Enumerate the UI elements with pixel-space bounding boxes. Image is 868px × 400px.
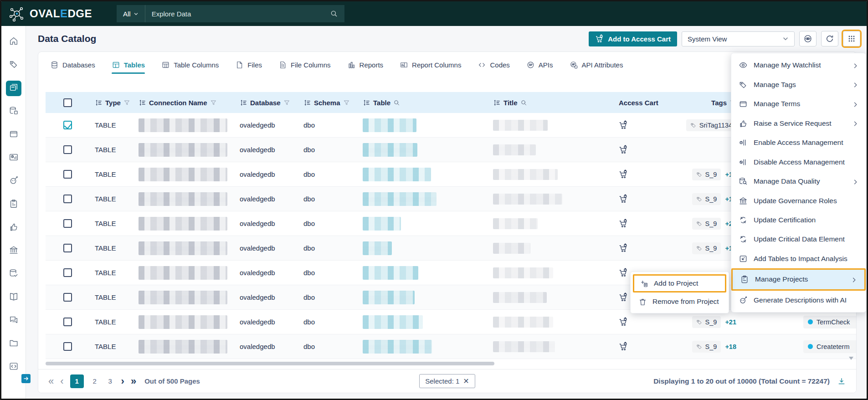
funnel-icon[interactable] [283, 99, 290, 106]
table-name-cell[interactable] [363, 217, 472, 231]
menu-item-update-governance-roles[interactable]: Update Governance Roles [731, 191, 866, 210]
first-page-button[interactable]: « [48, 376, 54, 386]
menu-item-generate-descriptions-with-ai[interactable]: Generate Descriptions with AI [731, 291, 866, 310]
cart-icon[interactable] [619, 169, 628, 179]
sidebar-item-discussions[interactable] [6, 313, 21, 328]
submenu-item-remove-from-project[interactable]: Remove from Project [633, 292, 726, 311]
row-checkbox[interactable] [63, 121, 72, 129]
page-number-1[interactable]: 1 [70, 374, 84, 388]
tag-chip[interactable]: S_9 [692, 218, 721, 230]
row-checkbox[interactable] [63, 268, 72, 277]
row-checkbox[interactable] [63, 244, 72, 252]
search-icon[interactable] [330, 10, 338, 18]
term-chip[interactable]: Createterm [803, 340, 857, 353]
submenu-item-add-to-project[interactable]: Add to Project [633, 274, 726, 292]
table-name-cell[interactable] [363, 315, 472, 329]
tag-chip[interactable]: S_9 [692, 316, 721, 328]
table-name-cell[interactable] [363, 168, 472, 181]
sort-icon[interactable] [303, 99, 311, 107]
tab-databases[interactable]: Databases [50, 52, 95, 77]
next-page-button[interactable]: › [121, 376, 124, 386]
row-checkbox[interactable] [63, 219, 72, 228]
row-checkbox[interactable] [63, 318, 72, 326]
more-tags-count[interactable]: +18 [725, 343, 736, 350]
sidebar-item-data-quality[interactable] [6, 267, 21, 282]
cart-icon[interactable] [619, 194, 628, 204]
sidebar-item-projects[interactable] [6, 197, 21, 212]
funnel-icon[interactable] [210, 99, 217, 106]
tab-reports[interactable]: Reports [347, 52, 384, 77]
sort-icon[interactable] [139, 99, 146, 107]
tab-files[interactable]: Files [235, 52, 262, 77]
add-to-access-cart-button[interactable]: Add to Access Cart [589, 31, 677, 46]
view-select[interactable]: System View [682, 31, 795, 46]
tab-api-attributes[interactable]: API Attributes [570, 52, 623, 77]
menu-item-manage-tags[interactable]: Manage Tags [731, 75, 866, 94]
select-all-checkbox[interactable] [63, 98, 72, 107]
table-name-cell[interactable] [363, 291, 472, 304]
sidebar-item-knowledge-book[interactable] [6, 290, 21, 305]
table-name-cell[interactable] [363, 266, 472, 280]
tab-apis[interactable]: APIs [526, 52, 553, 77]
sort-icon[interactable] [363, 99, 370, 107]
menu-item-update-critical-data-element[interactable]: Update Critical Data Element [731, 230, 866, 249]
tab-report-columns[interactable]: Report Columns [400, 52, 461, 77]
row-checkbox[interactable] [63, 195, 72, 203]
nine-dots-menu-button[interactable] [843, 31, 860, 46]
tab-file-columns[interactable]: File Columns [278, 52, 331, 77]
tab-tables[interactable]: Tables [112, 52, 145, 77]
menu-item-manage-terms[interactable]: Manage Terms [731, 94, 866, 113]
table-name-cell[interactable] [363, 340, 472, 354]
sort-icon[interactable] [240, 99, 247, 107]
page-number-3[interactable]: 3 [106, 377, 115, 385]
table-name-cell[interactable] [363, 143, 472, 157]
sidebar-item-business-glossary[interactable] [6, 127, 21, 143]
sidebar-item-governance[interactable] [6, 243, 21, 259]
row-checkbox[interactable] [63, 145, 72, 154]
sidebar-item-data-stores[interactable] [6, 104, 21, 119]
sidebar-item-ai-assistant[interactable] [6, 174, 21, 189]
tab-codes[interactable]: Codes [478, 52, 509, 77]
download-icon[interactable] [837, 377, 846, 386]
clear-selection-button[interactable]: ✕ [463, 377, 469, 385]
cart-icon[interactable] [619, 145, 628, 154]
sidebar-expand-button[interactable] [21, 374, 31, 383]
sidebar-item-data-catalog[interactable] [6, 81, 21, 96]
search-scope-dropdown[interactable]: All [117, 5, 145, 22]
tag-chip[interactable]: S_9 [692, 242, 721, 254]
sidebar-item-home[interactable] [6, 34, 21, 50]
cart-icon[interactable] [619, 219, 628, 228]
cart-icon[interactable] [619, 317, 628, 327]
tag-chip[interactable]: S_9 [692, 341, 721, 353]
mag-icon[interactable] [393, 99, 400, 106]
sidebar-item-tags[interactable] [6, 57, 21, 73]
horizontal-scrollbar[interactable] [46, 362, 494, 365]
cart-icon[interactable] [619, 342, 628, 351]
sidebar-item-query-sheet[interactable] [6, 359, 21, 375]
menu-item-raise-a-service-request[interactable]: Raise a Service Request [731, 113, 866, 133]
cart-icon[interactable] [619, 268, 628, 277]
tag-chip[interactable]: SriTag1134 [686, 119, 736, 131]
sidebar-item-service-requests[interactable] [6, 220, 21, 236]
term-chip[interactable]: TermCheck [803, 316, 857, 328]
tab-table-columns[interactable]: Table Columns [161, 52, 219, 77]
funnel-icon[interactable] [123, 99, 130, 106]
row-checkbox[interactable] [63, 342, 72, 351]
menu-item-manage-my-watchlist[interactable]: Manage My Watchlist [731, 56, 866, 75]
menu-item-update-certification[interactable]: Update Certification [731, 210, 866, 230]
table-name-cell[interactable] [363, 241, 472, 255]
tag-chip[interactable]: S_9 [692, 169, 721, 180]
sidebar-item-files[interactable] [6, 336, 21, 352]
table-name-cell[interactable] [363, 192, 472, 206]
sort-icon[interactable] [95, 99, 103, 107]
cart-icon[interactable] [619, 120, 628, 130]
menu-item-add-tables-to-impact-analysis[interactable]: Add Tables to Impact Analysis [731, 249, 866, 268]
funnel-icon[interactable] [343, 99, 350, 106]
last-page-button[interactable]: » [131, 376, 136, 386]
menu-item-manage-projects[interactable]: Manage Projects [731, 268, 866, 290]
more-tags-count[interactable]: +21 [725, 318, 736, 326]
table-name-cell[interactable] [363, 118, 472, 132]
mag-icon[interactable] [520, 99, 527, 106]
menu-item-disable-access-management[interactable]: Disable Access Management [731, 152, 866, 171]
search-input[interactable]: Explore Data [145, 10, 330, 18]
